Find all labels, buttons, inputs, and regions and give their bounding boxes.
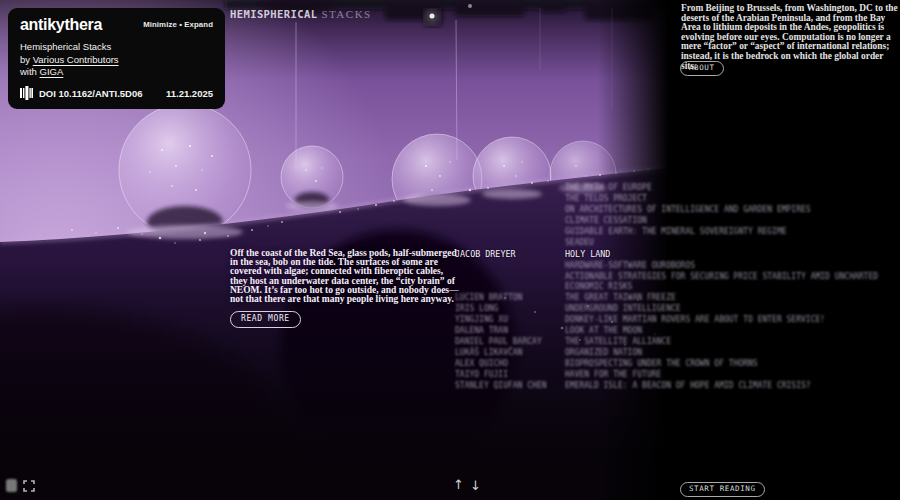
publication-title: Hemispherical Stacks bbox=[20, 41, 213, 54]
toc-row[interactable]: DANIEL PAUL BARCAYTHE SATELLITE ALLIANCE bbox=[455, 337, 671, 347]
start-reading-button[interactable]: START READING bbox=[680, 482, 765, 497]
toc-title: EMERALD ISLE: A BEACON OF HOPE AMID CLIM… bbox=[565, 381, 811, 391]
toc-title: GUIDABLE EARTH: THE MINERAL SOVEREIGNTY … bbox=[565, 227, 787, 237]
toc-title: CLIMATE CESSATION bbox=[565, 216, 647, 226]
fullscreen-icon[interactable] bbox=[23, 480, 35, 492]
toc-author: STANLEY QIUFAN CHEN bbox=[455, 381, 565, 391]
toc-title: THE TELOS PROJECT bbox=[565, 194, 647, 204]
toc-title: BIOPROSPECTING UNDER THE CROWN OF THORNS bbox=[565, 359, 758, 369]
doi-label: DOI 10.1162/ANTI.5D06 bbox=[39, 88, 143, 99]
toc-title: THE SATELLITE ALLIANCE bbox=[565, 337, 671, 347]
antikythera-logo: antikythera bbox=[20, 18, 102, 32]
toc-author: ALEX QUICHO bbox=[455, 359, 565, 369]
toc-row[interactable]: LUCIEN BRATTONTHE GREAT TAIWAN FREEZE bbox=[455, 293, 676, 303]
intro-panel: From Beijing to Brussels, from Washingto… bbox=[668, 0, 900, 500]
toc-row[interactable]: TAIYO FUJIIHAVEN FOR THE FUTURE bbox=[455, 370, 661, 380]
toc-title: SEADEU bbox=[565, 238, 594, 248]
toc-author: IRIS LONG bbox=[455, 304, 565, 314]
sound-icon[interactable] bbox=[6, 479, 17, 492]
toc-row[interactable]: LUKÁŠ LIKAVČANORGANIZED NATION bbox=[455, 348, 642, 358]
toc-title: DONKEY-LIKE MARTIAN ROVERS ARE ABOUT TO … bbox=[565, 315, 825, 325]
page-title: HEMISPHERICALSTACKS bbox=[230, 4, 372, 22]
toc-author: LUCIEN BRATTON bbox=[455, 293, 565, 303]
minimize-button[interactable]: Minimize bbox=[143, 20, 177, 29]
toc-row[interactable]: SEADEU bbox=[455, 238, 594, 248]
toc-title: HARDWARE-SOFTWARE OUROBOROS bbox=[565, 261, 695, 271]
read-more-button[interactable]: READ MORE bbox=[230, 311, 301, 328]
byline: by Various Contributors bbox=[20, 54, 213, 67]
byline-prefix: by bbox=[20, 54, 33, 65]
toc-row[interactable]: ACTIONABLE STRATEGIES FOR SECURING PRICE… bbox=[455, 272, 887, 292]
toc-title: ON ARCHITECTURES OF INTELLIGENCE AND GAR… bbox=[565, 205, 811, 215]
toc-author: DALENA TRAN bbox=[455, 326, 565, 336]
toc-title: HOLY LAND bbox=[565, 249, 610, 259]
toc-title: THE GREAT TAIWAN FREEZE bbox=[565, 293, 676, 303]
toc-title: HAVEN FOR THE FUTURE bbox=[565, 370, 661, 380]
app-window: From Beijing to Brussels, from Washingto… bbox=[0, 0, 900, 500]
page-title-primary: HEMISPHERICAL bbox=[230, 8, 317, 20]
expand-button[interactable]: Expand bbox=[184, 20, 213, 29]
toc-row[interactable]: CLIMATE CESSATION bbox=[455, 216, 647, 226]
about-button[interactable]: ABOUT bbox=[680, 61, 724, 76]
toc-title: THE MYTH OF EUROPE bbox=[565, 183, 652, 193]
toc-row[interactable]: YINGJING XUDONKEY-LIKE MARTIAN ROVERS AR… bbox=[455, 315, 825, 325]
toc-author: LUKÁŠ LIKAVČAN bbox=[455, 348, 565, 358]
toc-row[interactable]: DALENA TRANLOOK AT THE MOON bbox=[455, 326, 642, 336]
toc-title: ACTIONABLE STRATEGIES FOR SECURING PRICE… bbox=[565, 272, 887, 292]
next-chapter-button[interactable]: ↓ bbox=[470, 478, 481, 493]
toc-author: YINGJING XU bbox=[455, 315, 565, 325]
toc-row-selected[interactable]: JACOB DREYERHOLY LAND bbox=[455, 249, 610, 259]
toc-row[interactable]: GUIDABLE EARTH: THE MINERAL SOVEREIGNTY … bbox=[455, 227, 787, 237]
toc-row[interactable]: THE MYTH OF EUROPE bbox=[455, 183, 652, 193]
with-line: with GIGA bbox=[20, 66, 213, 79]
toc-title: ORGANIZED NATION bbox=[565, 348, 642, 358]
with-prefix: with bbox=[20, 66, 40, 77]
toc-row[interactable]: ON ARCHITECTURES OF INTELLIGENCE AND GAR… bbox=[455, 205, 811, 215]
toc-title: UNDERGROUND INTELLIGENCE bbox=[565, 304, 681, 314]
toc-row[interactable]: ALEX QUICHOBIOPROSPECTING UNDER THE CROW… bbox=[455, 359, 758, 369]
page-title-secondary: STACKS bbox=[321, 8, 371, 20]
story-excerpt-block: Off the coast of the Red Sea, glass pods… bbox=[230, 249, 460, 328]
story-excerpt: Off the coast of the Red Sea, glass pods… bbox=[230, 249, 460, 304]
contributors-link[interactable]: Various Contributors bbox=[33, 54, 119, 65]
giga-link[interactable]: GIGA bbox=[40, 66, 64, 77]
toc-row[interactable]: IRIS LONGUNDERGROUND INTELLIGENCE bbox=[455, 304, 681, 314]
toc-author: DANIEL PAUL BARCAY bbox=[455, 337, 565, 347]
metadata-card: antikythera Minimize • Expand Hemispheri… bbox=[8, 8, 225, 109]
card-window-controls: Minimize • Expand bbox=[143, 20, 213, 29]
toc-row[interactable]: STANLEY QIUFAN CHENEMERALD ISLE: A BEACO… bbox=[455, 381, 811, 391]
barcode-icon bbox=[20, 86, 33, 100]
toc-row[interactable]: HARDWARE-SOFTWARE OUROBOROS bbox=[455, 261, 695, 271]
toc-title: LOOK AT THE MOON bbox=[565, 326, 642, 336]
toc-author: JACOB DREYER bbox=[455, 249, 565, 259]
previous-chapter-button[interactable]: ↑ bbox=[453, 477, 464, 492]
publish-date: 11.21.2025 bbox=[166, 88, 213, 99]
toc-row[interactable]: THE TELOS PROJECT bbox=[455, 194, 647, 204]
toc-author: TAIYO FUJII bbox=[455, 370, 565, 380]
